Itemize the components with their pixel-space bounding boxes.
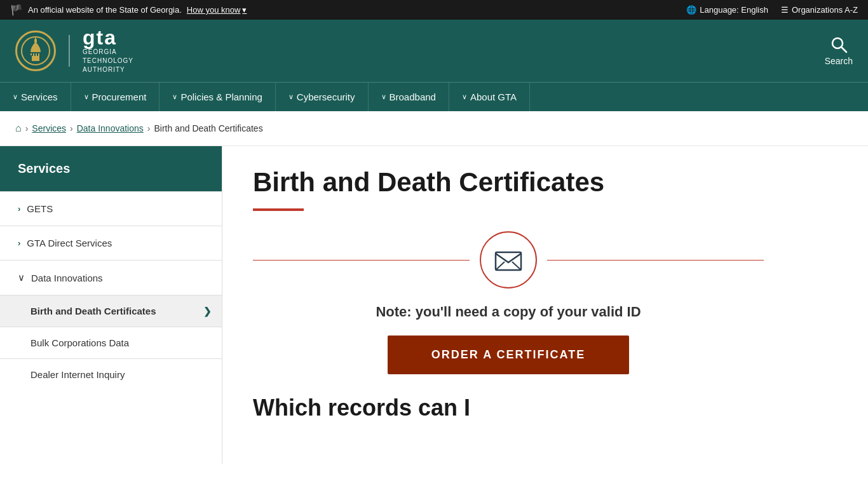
gta-name: gta [83,27,133,48]
search-icon [830,36,848,53]
chevron-services-icon: ∨ [13,93,18,101]
language-link[interactable]: 🌐 Language: English [686,5,768,15]
sidebar-item-data-innovations[interactable]: ∨ Data Innovations [0,260,222,295]
logo-divider [69,35,70,67]
chevron-broadband-icon: ∨ [381,93,386,101]
svg-rect-11 [496,252,521,270]
nav-item-procurement[interactable]: ∨ Procurement [71,83,160,111]
svg-line-13 [512,262,521,270]
nav-item-cybersecurity[interactable]: ∨ Cybersecurity [276,83,369,111]
svg-rect-6 [34,52,36,56]
site-header: gta GEORGIATECHNOLOGYAUTHORITY Search [0,20,868,82]
gta-text: gta GEORGIATECHNOLOGYAUTHORITY [83,27,133,74]
chevron-gets-icon: › [18,204,20,214]
sidebar-sub-item-dealer[interactable]: Dealer Internet Inquiry [0,358,222,390]
sidebar-item-gta-direct[interactable]: › GTA Direct Services [0,226,222,260]
gta-subtitle: GEORGIATECHNOLOGYAUTHORITY [83,48,133,74]
envelope-icon [493,245,524,275]
breadcrumb-data-innovations[interactable]: Data Innovations [77,123,144,133]
nav-item-policies[interactable]: ∨ Policies & Planning [159,83,275,111]
chevron-gta-direct-icon: › [18,238,20,248]
chevron-policies-icon: ∨ [172,93,177,101]
nav-item-about[interactable]: ∨ About GTA [449,83,530,111]
svg-line-12 [496,262,505,270]
cert-section [253,231,764,288]
top-bar-right: 🌐 Language: English ☰ Organizations A-Z [686,5,858,15]
bottom-section: Which records can I [253,395,764,421]
main-layout: Services › GETS › GTA Direct Services ∨ … [0,146,868,464]
order-certificate-button[interactable]: ORDER A CERTIFICATE [388,336,629,374]
chevron-about-icon: ∨ [462,93,467,101]
which-records-heading: Which records can I [253,395,470,421]
note-text: Note: you'll need a copy of your valid I… [253,304,764,320]
breadcrumb-sep-2: › [70,123,73,133]
cert-line-right [547,260,764,261]
nav-item-services[interactable]: ∨ Services [0,83,71,111]
top-bar-left: 🏴 An official website of the State of Ge… [10,4,247,16]
svg-rect-7 [37,52,38,56]
chevron-procurement-icon: ∨ [84,93,89,101]
svg-rect-3 [34,39,37,43]
main-nav: ∨ Services ∨ Procurement ∨ Policies & Pl… [0,82,868,111]
cert-icon-wrap [480,231,537,288]
chevron-down-data-innovations-icon: ∨ [18,272,25,283]
search-button[interactable]: Search [825,36,853,66]
gta-logo-circle [15,30,56,71]
svg-rect-5 [32,52,33,56]
svg-line-10 [841,47,846,52]
home-icon[interactable]: ⌂ [15,123,22,134]
sidebar: Services › GETS › GTA Direct Services ∨ … [0,146,222,464]
cert-line-left [253,260,470,261]
breadcrumb-services[interactable]: Services [32,123,66,133]
main-content: Birth and Death Certificates Note: you'l… [222,146,794,464]
page-title: Birth and Death Certificates [253,166,764,198]
gta-logo-svg [20,36,51,66]
svg-rect-8 [39,52,41,56]
breadcrumb-current: Birth and Death Certificates [154,123,262,133]
georgia-flag: 🏴 [10,4,23,16]
official-text: An official website of the State of Geor… [28,5,182,15]
sidebar-sub-item-birth-death[interactable]: Birth and Death Certificates [0,295,222,327]
orgs-link[interactable]: ☰ Organizations A-Z [781,5,858,15]
logo-area: gta GEORGIATECHNOLOGYAUTHORITY [15,27,133,74]
how-you-know-link[interactable]: How you know ▾ [187,5,247,15]
top-bar: 🏴 An official website of the State of Ge… [0,0,868,20]
breadcrumb-sep-1: › [25,123,29,133]
breadcrumb-sep-3: › [147,123,151,133]
sidebar-item-gets[interactable]: › GETS [0,191,222,226]
breadcrumb: ⌂ › Services › Data Innovations › Birth … [0,111,868,146]
nav-item-broadband[interactable]: ∨ Broadband [369,83,449,111]
title-underline [253,208,304,211]
sidebar-header: Services [0,146,222,191]
chevron-cybersecurity-icon: ∨ [288,93,294,101]
sidebar-sub-item-bulk-corps[interactable]: Bulk Corporations Data [0,327,222,358]
